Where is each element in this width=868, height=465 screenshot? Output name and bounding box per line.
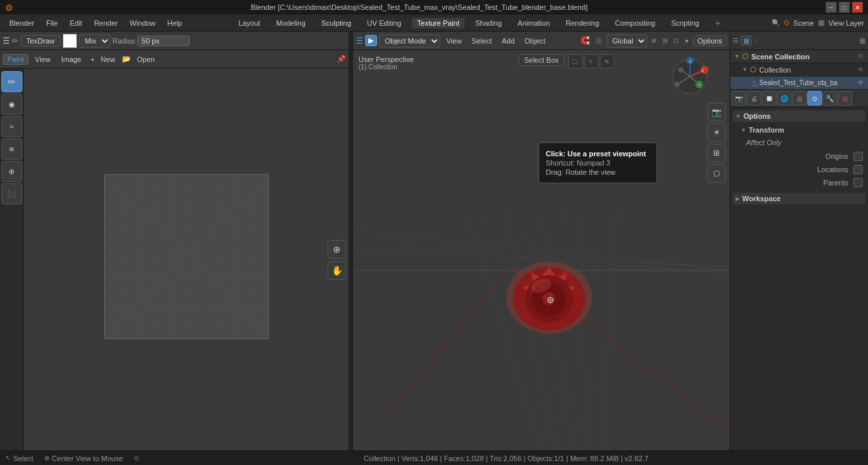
scene-collection-header[interactable]: ▼ ⬡ Scene Collection 👁 (730, 50, 868, 63)
menu-rendering[interactable]: Rendering (560, 18, 604, 28)
sun-icon-button[interactable]: ☀ (707, 123, 726, 142)
smear-button[interactable]: ≋ (1, 139, 22, 160)
proportional-edit-icon[interactable]: ◎ (594, 35, 604, 46)
viewport-overlay-icon[interactable]: ⊡ (672, 36, 681, 46)
view-layer-label[interactable]: View Layer (828, 19, 864, 27)
uv-grid-inner (105, 175, 270, 340)
menu-window[interactable]: Window (125, 18, 161, 28)
object-eye[interactable]: 👁 (857, 79, 864, 86)
transform-pivot-icon[interactable]: ⊗ (649, 36, 658, 46)
menu-blender[interactable]: Blender (4, 18, 40, 28)
collection-item[interactable]: ▼ ⬡ Collection 👁 (730, 63, 868, 77)
viewport-mode-btn[interactable]: ▶ (365, 35, 377, 46)
menu-uv-editing[interactable]: UV Editing (362, 18, 407, 28)
fill2-button[interactable]: ⬛ (1, 183, 22, 204)
select-status: ↖ Select (5, 454, 34, 462)
menu-texture-paint[interactable]: Texture Paint (412, 18, 465, 28)
workspace-section-header[interactable]: ▶ Workspace (733, 193, 865, 204)
nav-gizmo-container[interactable]: X Y Z (670, 57, 710, 98)
menu-shading[interactable]: Shading (470, 18, 507, 28)
maximize-button[interactable]: □ (839, 2, 850, 13)
menu-scripting[interactable]: Scripting (666, 18, 705, 28)
object-item[interactable]: △ Sealed_Test_Tube_obj_ba 👁 (730, 77, 868, 90)
image-tab[interactable]: Image (57, 54, 86, 65)
select-circle-icon[interactable]: ○ (584, 54, 598, 69)
add-workspace-button[interactable]: + (710, 15, 726, 31)
properties-output-tab[interactable]: 🖨 (747, 91, 761, 106)
pin-icon[interactable]: 📌 (337, 55, 346, 63)
zoom-in-button[interactable]: ⊕ (328, 240, 346, 259)
wax-seal-object[interactable] (503, 258, 595, 338)
vp-view-menu[interactable]: View (442, 36, 466, 46)
vp-object-menu[interactable]: Object (521, 36, 550, 46)
options-button[interactable]: Options (693, 36, 727, 46)
pan-button[interactable]: ✋ (328, 261, 346, 280)
soften-button[interactable]: ≈ (1, 116, 22, 137)
minimize-button[interactable]: ─ (826, 2, 836, 13)
view-layer-btn[interactable]: ▦ (859, 37, 865, 44)
viewport-toolbar: ☰ ▶ Object Mode View Select Add Object 🧲… (353, 32, 730, 50)
menu-animation[interactable]: Animation (512, 18, 555, 28)
locations-checkbox[interactable] (854, 165, 863, 174)
paint-tab[interactable]: Paint (3, 54, 28, 65)
properties-modifier-tab[interactable]: 🔧 (823, 91, 837, 106)
menu-help[interactable]: Help (162, 18, 188, 28)
viewport-canvas[interactable]: User Perspective (1) Collection X Y (353, 50, 730, 450)
collection-eye[interactable]: 👁 (857, 66, 864, 73)
new-button[interactable]: New (97, 54, 119, 65)
menu-modeling[interactable]: Modeling (271, 18, 311, 28)
options-chevron: ▼ (736, 113, 741, 119)
window-title: Blender [C:\Users\dimax\Desktop\Sealed_T… (251, 3, 588, 11)
properties-world-tab[interactable]: ◎ (792, 91, 807, 106)
clone-button[interactable]: ⊕ (1, 161, 22, 182)
object-mode-select[interactable]: Object Mode (379, 34, 440, 47)
properties-scene-tab[interactable]: 🌐 (777, 91, 792, 106)
vp-add-menu[interactable]: Add (498, 36, 519, 46)
filter-icon[interactable]: ▦ (741, 36, 752, 46)
material-icon-button[interactable]: ⬡ (707, 164, 726, 183)
menu-file[interactable]: File (41, 18, 63, 28)
grid-icon-button[interactable]: ⊞ (707, 144, 726, 162)
sort-icon[interactable]: ↕ (754, 37, 757, 44)
menu-edit[interactable]: Edit (65, 18, 88, 28)
scene-collection-eye[interactable]: 👁 (857, 53, 864, 60)
scene-label[interactable]: Scene (794, 19, 814, 27)
camera-icon-button[interactable]: 📷 (707, 103, 726, 121)
close-button[interactable]: ✕ (852, 2, 863, 13)
draw-brush-button[interactable]: ✏ (1, 71, 22, 92)
fill-button[interactable]: ◉ (1, 94, 22, 115)
header-mode-icon: ☰ (3, 36, 10, 46)
view-tab[interactable]: View (31, 54, 55, 65)
menu-compositing[interactable]: Compositing (610, 18, 660, 28)
menu-layout[interactable]: Layout (233, 18, 266, 28)
properties-constraints-tab[interactable]: ⊞ (838, 91, 852, 106)
viewport-mode-icon[interactable]: ☰ (356, 36, 363, 46)
left-tools-panel: ✏ ◉ ≈ ≋ ⊕ ⬛ (0, 69, 24, 450)
options-section-header[interactable]: ▼ Options (733, 110, 865, 122)
menu-render[interactable]: Render (89, 18, 123, 28)
center-view-status: ⊕ Center View to Mouse (44, 454, 123, 462)
vp-select-menu[interactable]: Select (468, 36, 496, 46)
right-panel: ☰ ▦ ↕ ▦ ▼ ⬡ Scene Collection 👁 ▼ ⬡ Colle… (730, 32, 868, 450)
select-lasso-icon[interactable]: ∿ (600, 54, 614, 69)
workspace-chevron: ▶ (736, 196, 739, 202)
blend-mode-select[interactable]: Mix (79, 34, 111, 47)
uv-toolbar: ☰ ✏ TexDraw Mix Radius 50 px (0, 32, 349, 50)
svg-point-40 (542, 292, 556, 305)
properties-object-tab[interactable]: ⊙ (807, 91, 822, 106)
radius-input[interactable]: 50 px (137, 36, 190, 46)
viewport-shading-icon[interactable]: ● (683, 36, 691, 46)
parents-checkbox[interactable] (854, 178, 863, 187)
snap-icon[interactable]: 🧲 (579, 35, 592, 46)
color-swatch[interactable] (63, 34, 77, 48)
menu-sculpting[interactable]: Sculpting (316, 18, 357, 28)
properties-render-tab[interactable]: 📷 (732, 91, 746, 106)
select-box-icon[interactable]: ⬚ (568, 54, 583, 69)
transform-orientation-select[interactable]: Global (606, 34, 647, 47)
brush-name[interactable]: TexDraw (20, 35, 61, 47)
origins-checkbox[interactable] (854, 152, 863, 161)
snap-settings-icon[interactable]: ⊞ (660, 36, 670, 46)
transform-sub-header[interactable]: ▼ Transform (733, 125, 865, 135)
properties-view-tab[interactable]: 🔲 (762, 91, 776, 106)
open-button[interactable]: Open (133, 54, 159, 65)
